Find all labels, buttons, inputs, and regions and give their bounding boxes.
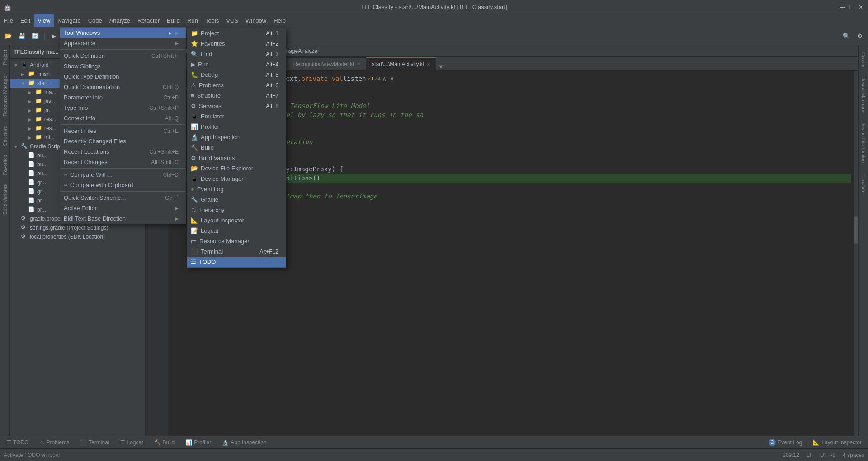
menu-item-recent-locations[interactable]: Recent Locations Ctrl+Shift+E <box>60 146 186 157</box>
submenu-emulator[interactable]: 📱 Emulator <box>187 111 286 122</box>
submenu-favorites[interactable]: ⭐ Favorites Alt+2 <box>187 38 286 49</box>
submenu-terminal[interactable]: ⬛ Terminal Alt+F12 <box>187 246 286 257</box>
right-tab-gradle[interactable]: Gradle <box>860 49 867 71</box>
submenu-device-manager[interactable]: 📱 Device Manager <box>187 174 286 184</box>
bottom-tab-profiler[interactable]: 📊 Profiler <box>181 436 216 448</box>
bottom-tab-terminal[interactable]: ⬛ Terminal <box>75 436 113 448</box>
tree-item-local-props[interactable]: ⚙ local.properties (SDK Location) <box>10 232 145 241</box>
menu-item-recent-files[interactable]: Recent Files Ctrl+E <box>60 126 186 136</box>
menu-item-quick-doc[interactable]: Quick Documentation Ctrl+Q <box>60 82 186 92</box>
submenu-run[interactable]: ▶ Run Alt+4 <box>187 59 286 70</box>
menu-vcs[interactable]: VCS <box>222 14 242 27</box>
menu-build[interactable]: Build <box>163 14 184 27</box>
submenu-profiler[interactable]: 📊 Profiler <box>187 122 286 132</box>
right-tab-device-manager[interactable]: Device Manager <box>860 73 867 116</box>
submenu-resource-manager[interactable]: 🗃 Resource Manager <box>187 236 286 246</box>
menu-item-quick-type-def[interactable]: Quick Type Definition <box>60 71 186 82</box>
scrollbar-thumb[interactable] <box>854 216 858 244</box>
sidebar-tab-structure[interactable]: Structure <box>1 121 9 151</box>
menu-item-param-info[interactable]: Parameter Info Ctrl+P <box>60 92 186 103</box>
menu-edit[interactable]: Edit <box>17 14 34 27</box>
editor-scrollbar[interactable] <box>854 71 858 436</box>
submenu-problems[interactable]: ⚠ Problems Alt+6 <box>187 80 286 90</box>
todo-text: ☰ TODO <box>191 259 216 265</box>
menu-item-quick-definition[interactable]: Quick Definition Ctrl+Shift+I <box>60 51 186 61</box>
submenu-logcat[interactable]: 📝 Logcat <box>187 226 286 236</box>
menu-file[interactable]: File <box>0 14 17 27</box>
compare-with-text: ⇔ Compare With... <box>64 171 113 178</box>
tree-label-ja: ja... <box>44 107 53 113</box>
close-button[interactable]: ✕ <box>857 4 864 11</box>
toolbar-run[interactable]: ▶ <box>47 30 60 42</box>
tab-close-viewmodel[interactable]: ✕ <box>357 61 360 66</box>
toolbar-open[interactable]: 📂 <box>2 30 14 42</box>
menu-item-recent-changes[interactable]: Recent Changes Alt+Shift+C <box>60 157 186 167</box>
tab-overflow[interactable]: ▼ <box>436 63 445 70</box>
submenu-find[interactable]: 🔍 Find Alt+3 <box>187 49 286 59</box>
tree-item-settings-gradle[interactable]: ⚙ settings.gradle (Project Settings) <box>10 223 145 232</box>
submenu-build-variants[interactable]: ⚙ Build Variants <box>187 153 286 163</box>
menu-help[interactable]: Help <box>270 14 289 27</box>
submenu-build[interactable]: 🔨 Build <box>187 142 286 153</box>
right-tab-device-file-explorer[interactable]: Device File Explorer <box>860 118 867 169</box>
submenu-event-log[interactable]: ● Event Log <box>187 184 286 194</box>
menu-item-bidi[interactable]: Bidi Text Base Direction ▶ <box>60 213 186 224</box>
sidebar-tab-build-variants[interactable]: Build Variants <box>1 180 9 219</box>
submenu-todo[interactable]: ☰ TODO <box>187 257 286 267</box>
submenu-debug[interactable]: 🐛 Debug Alt+5 <box>187 70 286 80</box>
menu-navigate[interactable]: Navigate <box>54 14 84 27</box>
bottom-tab-event-log[interactable]: 2 Event Log <box>764 436 807 448</box>
minimize-button[interactable]: — <box>839 4 846 11</box>
bottom-tab-build[interactable]: 🔨 Build <box>150 436 179 448</box>
terminal-icon2: ⬛ <box>191 248 198 255</box>
menu-item-compare-with[interactable]: ⇔ Compare With... Ctrl+D <box>60 169 186 180</box>
title-controls[interactable]: — ❐ ✕ <box>839 4 864 11</box>
toolbar-sync[interactable]: 🔄 <box>29 30 42 42</box>
submenu-gradle[interactable]: 🔧 Gradle <box>187 194 286 205</box>
menu-tools[interactable]: Tools <box>202 14 222 27</box>
tree-icon-local-props: ⚙ <box>21 233 28 240</box>
profiler-icon: 📊 <box>185 439 192 446</box>
submenu-device-file-explorer[interactable]: 📂 Device File Explorer <box>187 163 286 174</box>
menu-item-show-siblings[interactable]: Show Siblings <box>60 61 186 71</box>
bottom-tab-logcat[interactable]: ☰ Logcat <box>116 436 148 448</box>
tree-arrow: ▶ <box>28 108 35 113</box>
bottom-tab-problems[interactable]: ⚠ Problems <box>35 436 74 448</box>
submenu-project[interactable]: 📁 Project Alt+1 <box>187 28 286 38</box>
menu-window[interactable]: Window <box>242 14 270 27</box>
submenu-hierarchy[interactable]: 🗂 Hierarchy <box>187 205 286 215</box>
menu-item-quick-switch[interactable]: Quick Switch Scheme... Ctrl+` <box>60 193 186 203</box>
menu-item-compare-clipboard[interactable]: ⇔ Compare with Clipboard <box>60 180 186 190</box>
bottom-tab-app-inspection[interactable]: 🔬 App Inspection <box>217 436 271 448</box>
tab-recognition-viewmodel[interactable]: RecognitionViewModel.kt ✕ <box>288 57 367 70</box>
right-tab-emulator[interactable]: Emulator <box>860 172 867 199</box>
submenu-services[interactable]: ⚙ Services Alt+8 <box>187 101 286 111</box>
toolbar-search[interactable]: 🔍 <box>840 30 853 42</box>
sidebar-tab-project[interactable]: Project <box>1 45 9 70</box>
sidebar-tab-favorites[interactable]: Favorites <box>1 150 9 179</box>
menu-item-context-info[interactable]: Context Info Alt+Q <box>60 113 186 123</box>
menu-analyze[interactable]: Analyze <box>106 14 134 27</box>
submenu-app-inspection[interactable]: 🔬 App Inspection <box>187 132 286 142</box>
submenu-structure[interactable]: ≡ Structure Alt+7 <box>187 90 286 101</box>
menu-code[interactable]: Code <box>85 14 106 27</box>
menu-item-recently-changed[interactable]: Recently Changed Files <box>60 136 186 146</box>
maximize-button[interactable]: ❐ <box>848 4 855 11</box>
param-info-shortcut: Ctrl+P <box>163 94 179 101</box>
tab-close-mainactivity[interactable]: ✕ <box>427 62 430 67</box>
toolbar-settings[interactable]: ⚙ <box>854 30 866 42</box>
tab-mainactivity[interactable]: start\...\MainActivity.kt ✕ <box>366 57 436 70</box>
bottom-tab-todo[interactable]: ☰ TODO <box>2 436 33 448</box>
toolbar-save[interactable]: 💾 <box>15 30 28 42</box>
bottom-tab-layout-inspector[interactable]: 📐 Layout Inspector <box>808 436 866 448</box>
menu-refactor[interactable]: Refactor <box>134 14 163 27</box>
menu-item-type-info[interactable]: Type Info Ctrl+Shift+P <box>60 103 186 113</box>
submenu-layout-inspector[interactable]: 📐 Layout Inspector <box>187 215 286 226</box>
menu-item-tool-windows[interactable]: Tool Windows ▶ 📁 Project Alt+1 ⭐ Favorit… <box>60 28 186 38</box>
menu-run[interactable]: Run <box>184 14 202 27</box>
menu-item-appearance[interactable]: Appearance ▶ <box>60 38 186 48</box>
sidebar-tab-resource-manager[interactable]: Resource Manager <box>1 70 9 121</box>
menu-view[interactable]: View <box>34 14 54 27</box>
quick-doc-text: Quick Documentation <box>64 84 120 90</box>
menu-item-active-editor[interactable]: Active Editor ▶ <box>60 203 186 213</box>
